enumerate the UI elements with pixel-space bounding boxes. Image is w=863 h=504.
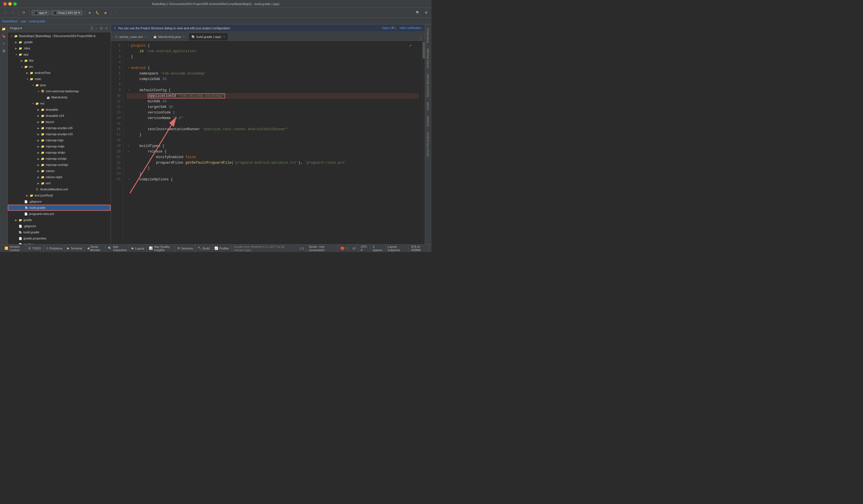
tree-item-java[interactable]: ▾ 📁 java <box>8 82 111 88</box>
tree-item-mipmap-v26[interactable]: ▶ 📁 mipmap-anydpi-v26 <box>8 125 111 131</box>
status-app-inspection[interactable]: 🔍 App Inspection <box>105 244 129 252</box>
file-tree[interactable]: ▾ 📁 BaiduMap2 [BaiduMap] ~/Documents/003… <box>8 32 111 244</box>
tree-item-buildgradle-app[interactable]: ▶ 🐘 build.gradle <box>8 205 111 211</box>
fold-25[interactable]: ▾ <box>127 177 131 182</box>
tree-item-xml[interactable]: ▶ 📁 xml <box>8 180 111 186</box>
build-variants-toggle[interactable]: ▦ <box>1 47 7 54</box>
status-build[interactable]: 🔨 Build <box>196 244 212 252</box>
status-error-indicator[interactable]: 🔴 Y <box>338 244 350 252</box>
tree-item-gradle-root[interactable]: ▶ 📁 gradle <box>8 217 111 223</box>
status-problems[interactable]: ⚠ Problems <box>43 244 65 252</box>
status-serial-monitor[interactable]: ◀ Serial Monitor <box>85 244 105 252</box>
breadcrumb-item-2[interactable]: app <box>21 20 26 23</box>
fold-5[interactable]: ▾ <box>127 66 131 70</box>
tree-item-res[interactable]: ▾ 📁 res <box>8 100 111 106</box>
resource-manager-panel[interactable]: Resource Manager <box>425 71 432 99</box>
tree-item-androidtest[interactable]: ▶ 📁 androidTest <box>8 70 111 76</box>
notification-hide-link[interactable]: Hide notification <box>400 26 422 30</box>
maximize-button[interactable] <box>13 2 17 5</box>
tree-item-mipmap-v33[interactable]: ▶ 📁 mipmap-anydpi-v33 <box>8 131 111 137</box>
status-serial-conn[interactable]: Serial: <not connected> <box>307 244 338 252</box>
tree-item-src[interactable]: ▾ 📁 src <box>8 64 111 70</box>
gradle-panel[interactable]: Gradle <box>425 100 432 113</box>
notifications-panel[interactable]: Notifications <box>425 26 432 45</box>
tree-item-proguard[interactable]: ▶ 📄 proguard-rules.pro <box>8 211 111 217</box>
tree-item-mipmap-mdpi[interactable]: ▶ 📁 mipmap-mdpi <box>8 143 111 149</box>
panel-gear-btn[interactable]: ⚙ <box>99 26 103 31</box>
tree-item-app[interactable]: ▾ 📁 app <box>8 51 111 58</box>
tree-item-dotgradle[interactable]: ▶ 📁 .gradle <box>8 39 111 45</box>
panel-scope-btn[interactable]: ☰ <box>90 26 94 31</box>
fold-20[interactable]: ▾ <box>127 149 131 154</box>
tree-item-mipmap-xxxhdpi[interactable]: ▶ 📁 mipmap-xxxhdpi <box>8 162 111 168</box>
breadcrumb-item-1[interactable]: BaiduMap2 <box>2 20 18 23</box>
search-button[interactable]: 🔍 <box>414 10 422 15</box>
device-file-explorer-panel[interactable]: Device File Explorer <box>425 129 432 159</box>
bookmarks-toggle[interactable]: 🔖 <box>1 33 7 40</box>
fold-1[interactable]: ▾ <box>127 43 131 48</box>
debug-button[interactable]: 🐛 <box>94 10 101 15</box>
status-cursor-pos[interactable]: 1:1 <box>297 244 307 252</box>
stop-button[interactable]: ⏹ <box>102 11 109 15</box>
tab-close-build-gradle[interactable]: ✕ <box>223 35 225 38</box>
tab-build-gradle[interactable]: 🐘 build.gradle (:app) ✕ <box>188 33 228 40</box>
device-selector[interactable]: 📱 Pixel 2 API 30 ▾ <box>50 10 83 15</box>
tree-item-test[interactable]: ▶ 📁 test [unitTest] <box>8 192 111 199</box>
tree-item-gitignore-root[interactable]: ▶ 📄 .gitignore <box>8 223 111 229</box>
status-encoding[interactable]: UTF-8 <box>359 244 371 252</box>
tree-item-mipmap-xxhdpi[interactable]: ▶ 📁 mipmap-xxhdpi <box>8 155 111 162</box>
nav-back-button[interactable]: ← <box>2 11 9 15</box>
sync-button[interactable]: ⟳ <box>21 10 27 15</box>
fold-19[interactable]: ▾ <box>127 144 131 148</box>
traffic-lights[interactable] <box>3 2 17 5</box>
status-logcat[interactable]: ▶ Logcat <box>129 244 147 252</box>
structure-toggle[interactable]: ≡ <box>1 40 7 47</box>
status-layout-inspector[interactable]: Layout Inspector <box>386 244 409 252</box>
status-todo[interactable]: ☰ TODO <box>26 244 43 252</box>
run-button[interactable]: ▶ <box>87 10 93 15</box>
minimize-button[interactable] <box>8 2 12 5</box>
tree-item-mainactivity[interactable]: ▶ ☕ MainActivity <box>8 94 111 100</box>
tree-item-libs[interactable]: ▶ 📁 libs <box>8 58 111 64</box>
tree-item-mipmap-xhdpi[interactable]: ▶ 📁 mipmap-xhdpi <box>8 149 111 155</box>
status-terminal[interactable]: ▶ Terminal <box>65 244 85 252</box>
fold-9[interactable]: ▾ <box>127 88 131 92</box>
tree-item-dotidea[interactable]: ▶ 📁 .idea <box>8 45 111 51</box>
close-button[interactable] <box>3 2 7 5</box>
tree-item-drawable[interactable]: ▶ 📁 drawable <box>8 106 111 113</box>
tree-item-layout[interactable]: ▶ 📁 layout <box>8 119 111 125</box>
tree-item-main[interactable]: ▾ 📁 main <box>8 76 111 82</box>
status-version-control[interactable]: 🔀 Version Control <box>2 244 26 252</box>
panel-close-btn[interactable]: ✕ <box>104 26 109 31</box>
tree-item-values-night[interactable]: ▶ 📁 values-night <box>8 174 111 180</box>
app-selector[interactable]: 📱 app ▾ <box>32 10 49 15</box>
tree-item-androidmanifest[interactable]: ▶ 🗒 AndroidManifest.xml <box>8 186 111 192</box>
tab-mainactivity-java[interactable]: ☕ MainActivity.java ✕ <box>150 33 188 40</box>
tree-item-gradle-properties[interactable]: ▶ 📄 gradle.properties <box>8 235 111 241</box>
breadcrumb-item-3[interactable]: build.gradle <box>29 20 45 23</box>
tree-root[interactable]: ▾ 📁 BaiduMap2 [BaiduMap] ~/Documents/003… <box>8 33 111 39</box>
device-manager-panel[interactable]: Device Manager <box>425 46 432 71</box>
tree-item-package[interactable]: ▾ 📦 com.weicomp.baidumap <box>8 88 111 94</box>
more-actions-button[interactable]: ⋮ <box>113 10 120 15</box>
tab-close-activity-main[interactable]: ✕ <box>145 35 147 38</box>
code-content[interactable]: ▾ plugins { ▾ id 'com.android.applicatio… <box>123 41 422 244</box>
tabs-more-button[interactable]: ⋮ <box>419 36 425 40</box>
tree-item-gradlew[interactable]: ▶ 📄 gradlew <box>8 241 111 244</box>
tree-item-mipmap-hdpi[interactable]: ▶ 📁 mipmap-hdpi <box>8 137 111 143</box>
project-panel-toggle[interactable]: 📁 <box>1 26 7 32</box>
settings-button[interactable]: ⚙ <box>423 10 429 15</box>
tree-item-drawable-v24[interactable]: ▶ 📁 drawable-v24 <box>8 113 111 119</box>
panel-collapse-btn[interactable]: − <box>95 26 98 31</box>
status-indent[interactable]: 4 spaces <box>371 244 386 252</box>
tab-activity-main-xml[interactable]: ⬡ activity_main.xml ✕ <box>112 33 150 40</box>
scrollbar-thumb[interactable] <box>423 42 425 59</box>
tree-item-buildgradle-root[interactable]: ▶ 🐘 build.gradle <box>8 229 111 235</box>
tree-item-gitignore-app[interactable]: ▶ 📄 .gitignore <box>8 199 111 205</box>
status-profiler[interactable]: 📈 Profiler <box>212 244 232 252</box>
notification-open-link[interactable]: Open (⌘;) <box>382 26 396 30</box>
editor-scrollbar[interactable] <box>422 41 425 244</box>
status-services[interactable]: ⚙ Services <box>175 244 196 252</box>
emulator-panel[interactable]: Emulator <box>425 113 432 129</box>
tab-close-mainactivity[interactable]: ✕ <box>183 35 185 38</box>
